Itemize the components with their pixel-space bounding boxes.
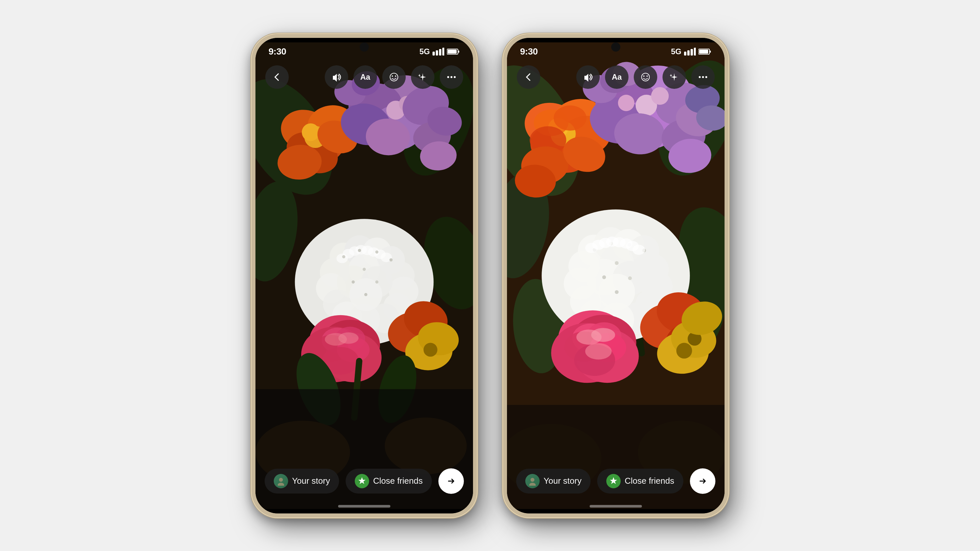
svg-point-95 [447, 76, 449, 78]
svg-point-117 [554, 105, 586, 130]
sparkle-button[interactable] [662, 65, 686, 89]
close-friends-label: Close friends [373, 476, 423, 486]
svg-point-58 [363, 267, 366, 271]
your-story-avatar [525, 474, 540, 488]
sticker-button[interactable] [634, 65, 657, 89]
svg-point-55 [358, 249, 361, 252]
svg-point-187 [591, 328, 615, 341]
svg-rect-205 [710, 51, 711, 52]
text-button[interactable]: Aa [353, 65, 377, 89]
signal-bars-icon [684, 48, 696, 56]
svg-point-99 [278, 483, 284, 486]
svg-rect-85 [433, 52, 435, 56]
svg-point-194 [676, 343, 692, 358]
svg-rect-91 [447, 50, 457, 54]
svg-point-211 [702, 76, 704, 78]
svg-point-208 [643, 75, 644, 77]
sticker-button[interactable] [382, 65, 406, 89]
svg-point-57 [390, 258, 393, 261]
svg-rect-202 [690, 49, 693, 56]
svg-point-165 [602, 275, 606, 279]
toolbar: Aa [255, 61, 473, 94]
svg-rect-88 [442, 48, 444, 56]
svg-point-167 [615, 290, 619, 294]
svg-point-213 [530, 478, 535, 482]
your-story-label: Your story [292, 476, 330, 486]
svg-point-92 [390, 73, 398, 81]
svg-point-209 [646, 75, 648, 77]
svg-point-10 [302, 123, 320, 141]
signal-bars-icon [433, 48, 444, 56]
svg-point-78 [423, 343, 437, 356]
svg-point-73 [339, 332, 359, 344]
battery-icon [698, 48, 711, 56]
svg-point-164 [615, 261, 619, 265]
svg-point-93 [392, 75, 393, 77]
svg-rect-90 [458, 51, 459, 52]
your-story-button[interactable]: Your story [265, 469, 339, 494]
your-story-label: Your story [544, 476, 581, 486]
svg-rect-206 [699, 50, 708, 54]
svg-point-61 [364, 293, 368, 296]
svg-point-98 [279, 478, 283, 482]
battery-icon [447, 48, 460, 56]
svg-point-214 [529, 483, 536, 486]
close-friends-button[interactable]: Close friends [345, 469, 432, 494]
svg-rect-86 [436, 50, 438, 56]
close-friends-button[interactable]: Close friends [597, 469, 683, 494]
sound-button[interactable] [576, 65, 600, 89]
svg-rect-201 [687, 50, 690, 56]
svg-point-207 [641, 73, 649, 81]
back-button[interactable] [265, 65, 289, 89]
your-story-button[interactable]: Your story [516, 469, 590, 494]
signal-5g: 5G [671, 47, 681, 56]
phone-right: 9:30 5G [503, 34, 729, 518]
svg-point-96 [450, 76, 452, 78]
camera-notch [611, 43, 620, 52]
more-button[interactable] [691, 65, 715, 89]
svg-rect-200 [684, 52, 686, 56]
svg-point-97 [454, 76, 456, 78]
home-indicator [590, 505, 642, 508]
svg-point-84 [385, 418, 467, 474]
svg-point-175 [632, 245, 645, 255]
share-arrow-button[interactable] [438, 468, 464, 494]
status-icons: 5G [420, 47, 460, 56]
status-icons: 5G [671, 47, 711, 56]
svg-point-59 [352, 280, 355, 284]
text-button[interactable]: Aa [605, 65, 628, 89]
signal-5g: 5G [420, 47, 430, 56]
toolbar: Aa [507, 61, 725, 94]
text-icon-label: Aa [612, 73, 622, 82]
close-friends-icon [355, 474, 369, 488]
camera-notch [360, 43, 369, 52]
svg-point-54 [342, 255, 345, 258]
svg-point-56 [375, 250, 379, 254]
sparkle-button[interactable] [411, 65, 434, 89]
more-button[interactable] [440, 65, 463, 89]
svg-point-188 [585, 343, 611, 359]
svg-point-210 [699, 76, 701, 78]
svg-point-132 [618, 94, 635, 111]
sound-button[interactable] [325, 65, 348, 89]
back-button[interactable] [517, 65, 540, 89]
close-friends-icon [606, 474, 620, 488]
bottom-bar: Your story Close friends [507, 468, 725, 494]
status-time: 9:30 [520, 46, 538, 57]
close-friends-label: Close friends [625, 476, 674, 486]
bottom-bar: Your story Close friends [255, 468, 473, 494]
share-arrow-button[interactable] [690, 468, 715, 494]
svg-point-166 [628, 276, 632, 280]
svg-point-94 [395, 75, 396, 77]
svg-rect-203 [694, 48, 696, 56]
phone-left: 9:30 5G [251, 34, 477, 518]
your-story-avatar [274, 474, 288, 488]
home-indicator [338, 505, 390, 508]
status-time: 9:30 [269, 46, 286, 57]
text-icon-label: Aa [360, 73, 371, 82]
svg-point-212 [705, 76, 707, 78]
svg-point-60 [375, 280, 379, 284]
svg-rect-87 [439, 49, 441, 56]
